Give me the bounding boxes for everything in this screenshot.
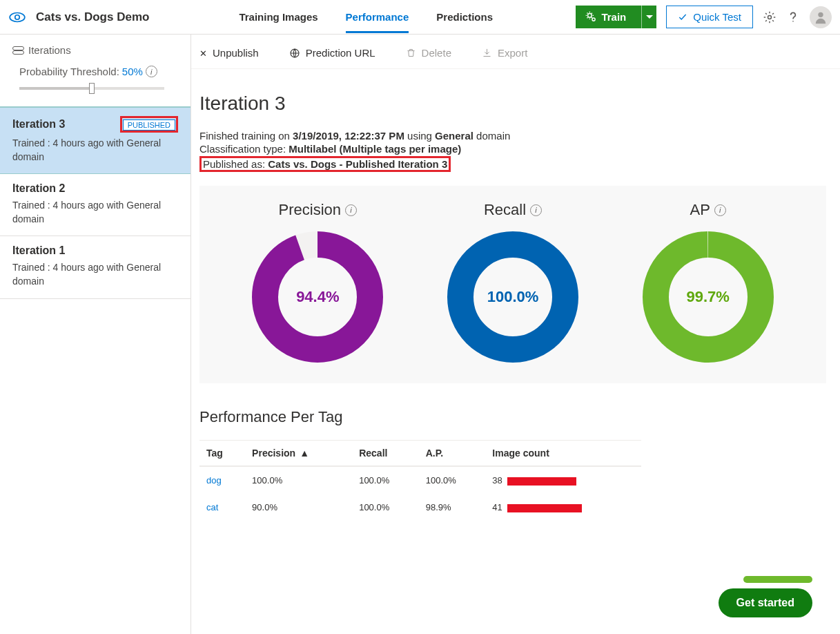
threshold-info-icon[interactable]: i [146, 66, 157, 77]
iteration-sub: Trained : 4 hours ago with General domai… [12, 137, 178, 164]
cell-ap: 98.9% [419, 494, 486, 521]
iteration-title: Iteration 3 [199, 93, 826, 115]
tag-link-dog[interactable]: dog [206, 475, 222, 486]
svg-point-6 [818, 12, 823, 17]
threshold-slider[interactable] [0, 87, 191, 106]
export-action: Export [482, 47, 527, 59]
user-avatar[interactable] [810, 6, 832, 28]
recall-info-icon[interactable]: i [530, 204, 542, 216]
cell-precision: 100.0% [245, 466, 352, 494]
metrics-panel: Precisioni 94.4% Recalli 100.0% APi [199, 186, 826, 383]
download-icon [482, 48, 492, 58]
published-badge: PUBLISHED [123, 119, 175, 131]
cell-image-count: 41 [485, 494, 641, 521]
iteration-name: Iteration 1 [12, 244, 65, 257]
sidebar-header-label: Iterations [28, 44, 71, 56]
gears-icon [585, 11, 597, 23]
svg-point-2 [588, 14, 592, 18]
check-icon [678, 12, 687, 22]
get-started-widget: Get started [719, 576, 812, 617]
published-as-highlight: Published as: Cats vs. Dogs - Published … [199, 156, 451, 172]
prediction-url-label: Prediction URL [306, 47, 375, 59]
globe-icon [289, 48, 300, 59]
published-as-value: Cats vs. Dogs - Published Iteration 3 [268, 158, 447, 170]
help-icon[interactable] [786, 10, 800, 24]
cell-recall: 100.0% [352, 494, 419, 521]
caret-down-icon [646, 15, 653, 19]
svg-point-1 [15, 15, 20, 19]
train-button-main[interactable]: Train [576, 11, 641, 23]
classification-type-line: Classification type: Multilabel (Multipl… [199, 143, 826, 155]
settings-gear-icon[interactable] [763, 10, 776, 24]
col-ap[interactable]: A.P. [419, 441, 486, 467]
iteration-item-2[interactable]: Iteration 2 Trained : 4 hours ago with G… [0, 174, 191, 236]
text: Classification type: [199, 143, 289, 155]
iteration-sub: Trained : 4 hours ago with General domai… [12, 261, 178, 288]
iterations-icon [12, 46, 23, 55]
ap-value: 99.7% [643, 231, 774, 363]
tab-predictions[interactable]: Predictions [436, 1, 493, 33]
ap-label: AP [690, 201, 710, 219]
iteration-item-1[interactable]: Iteration 1 Trained : 4 hours ago with G… [0, 236, 191, 298]
ap-info-icon[interactable]: i [714, 204, 726, 216]
classification-type: Multilabel (Multiple tags per image) [289, 143, 461, 155]
precision-metric: Precisioni 94.4% [235, 201, 400, 363]
cell-ap: 100.0% [419, 466, 486, 494]
training-domain: General [435, 130, 473, 142]
threshold-label: Probability Threshold: [19, 66, 119, 77]
delete-label: Delete [422, 47, 451, 59]
table-row: cat 90.0% 100.0% 98.9% 41 [199, 494, 641, 521]
train-button-dropdown[interactable] [641, 6, 656, 28]
svg-point-4 [768, 15, 772, 19]
col-recall[interactable]: Recall [352, 441, 419, 467]
text: Published as: [203, 158, 268, 170]
iteration-item-3[interactable]: Iteration 3 PUBLISHED Trained : 4 hours … [0, 106, 191, 174]
pertag-table: Tag Precision▲ Recall A.P. Image count d… [199, 440, 641, 521]
iteration-name: Iteration 2 [12, 182, 65, 195]
table-row: dog 100.0% 100.0% 100.0% 38 [199, 466, 641, 494]
published-badge-highlight: PUBLISHED [120, 116, 178, 133]
quick-test-button[interactable]: Quick Test [666, 6, 753, 28]
train-button[interactable]: Train [576, 6, 656, 28]
cell-precision: 90.0% [245, 494, 352, 521]
tag-link-cat[interactable]: cat [206, 502, 218, 512]
tab-performance[interactable]: Performance [346, 1, 409, 33]
iteration-name: Iteration 3 [12, 118, 65, 131]
close-icon [199, 47, 207, 59]
ap-donut: 99.7% [643, 231, 774, 363]
col-image-count[interactable]: Image count [485, 441, 641, 467]
precision-label: Precision [279, 201, 341, 219]
svg-point-3 [592, 18, 595, 21]
pertag-title: Performance Per Tag [199, 408, 826, 426]
person-icon [813, 10, 828, 25]
training-time: 3/19/2019, 12:22:37 PM [293, 130, 404, 142]
cell-image-count: 38 [485, 466, 641, 494]
threshold-value: 50% [122, 66, 143, 77]
col-precision[interactable]: Precision▲ [245, 441, 352, 467]
get-started-button[interactable]: Get started [719, 588, 812, 617]
col-tag[interactable]: Tag [199, 441, 245, 467]
cell-recall: 100.0% [352, 466, 419, 494]
count-bar [507, 477, 576, 486]
count-bar [507, 504, 582, 512]
published-as-line: Published as: Cats vs. Dogs - Published … [199, 156, 826, 172]
quick-test-label: Quick Test [693, 11, 741, 23]
header-tabs: Training Images Performance Predictions [239, 1, 493, 33]
iterations-sidebar: Iterations Probability Threshold: 50% i … [0, 35, 191, 634]
progress-pill [743, 576, 812, 583]
tab-training-images[interactable]: Training Images [239, 1, 318, 33]
precision-info-icon[interactable]: i [345, 204, 357, 216]
prediction-url-action[interactable]: Prediction URL [289, 47, 375, 59]
sort-caret-up-icon: ▲ [300, 448, 309, 459]
train-button-label: Train [601, 11, 626, 23]
recall-donut: 100.0% [447, 231, 578, 363]
delete-action: Delete [406, 47, 451, 59]
slider-thumb[interactable] [89, 83, 95, 94]
recall-metric: Recalli 100.0% [430, 201, 596, 363]
iteration-action-bar: Unpublish Prediction URL Delete Export [191, 35, 840, 69]
unpublish-action[interactable]: Unpublish [199, 47, 259, 59]
finished-training-line: Finished training on 3/19/2019, 12:22:37… [199, 130, 826, 142]
recall-label: Recall [484, 201, 526, 219]
unpublish-label: Unpublish [213, 47, 259, 59]
text: Finished training on [199, 130, 293, 142]
